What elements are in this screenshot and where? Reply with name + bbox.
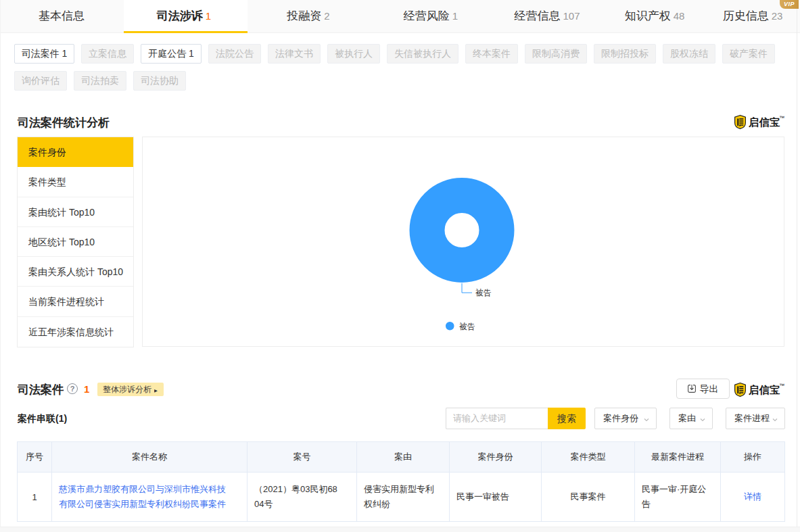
- svg-text:被告: 被告: [475, 288, 492, 297]
- svg-text:被告: 被告: [458, 322, 475, 331]
